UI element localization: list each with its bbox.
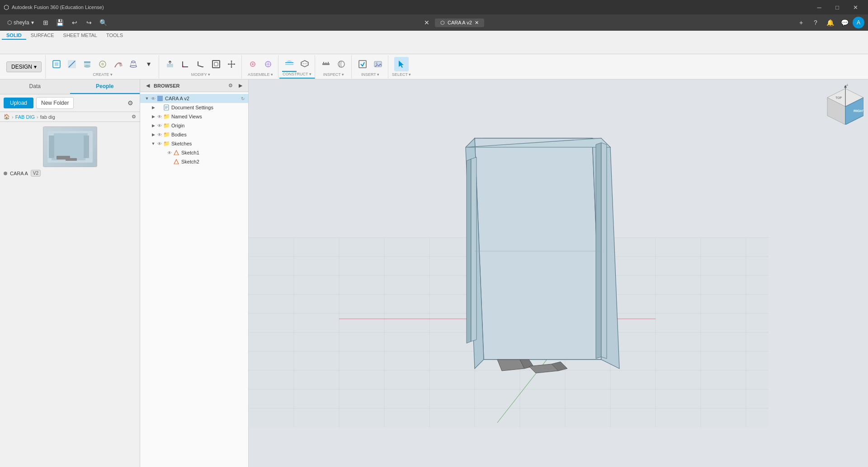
data-actions: Upload New Folder ⚙ <box>0 94 140 112</box>
tree-sketches-eye[interactable]: 👁 <box>156 140 163 147</box>
inspect-measure[interactable] <box>319 57 333 71</box>
search-button[interactable]: 🔍 <box>97 16 110 29</box>
svg-rect-1 <box>55 62 58 66</box>
tree-root-eye[interactable]: 👁 <box>150 95 156 102</box>
browser-settings-button[interactable]: ⚙ <box>226 82 235 90</box>
mode-tabbar: SOLID SURFACE SHEET METAL TOOLS <box>0 31 868 54</box>
document-close-button[interactable]: ✕ <box>420 16 433 29</box>
doc-name: CARA A v2 <box>448 20 472 25</box>
select-button[interactable] <box>394 57 409 71</box>
tree-doc-expand[interactable]: ▶ <box>150 104 156 111</box>
tree-named-eye[interactable]: 👁 <box>156 113 163 120</box>
save-button[interactable]: 💾 <box>54 16 66 29</box>
svg-marker-78 <box>471 157 476 341</box>
tree-doc-eye[interactable]: 👁 <box>156 104 163 111</box>
construct-midplane[interactable] <box>297 56 312 71</box>
notifications-button[interactable]: 🔔 <box>824 16 836 29</box>
tree-root-refresh[interactable]: ↻ <box>239 95 246 102</box>
tree-sketch2-eye[interactable]: 👁 <box>166 159 173 165</box>
tab-solid[interactable]: SOLID <box>2 32 26 40</box>
browser-collapse-button[interactable]: ◀ <box>144 82 152 90</box>
tree-sketch1-eye[interactable]: 👁 <box>166 149 173 156</box>
browser-expand-button[interactable]: ▶ <box>236 82 245 90</box>
tree-item-sketch1[interactable]: ▶ 👁 Sketch1 <box>140 148 248 157</box>
breadcrumb-current: fab dig <box>40 114 55 120</box>
create-new-component-button[interactable] <box>49 57 64 71</box>
construct-group-label: CONSTRUCT ▾ <box>283 72 311 76</box>
tree-item-sketch2[interactable]: ▶ 👁 Sketch2 <box>140 157 248 166</box>
tree-item-origin[interactable]: ▶ 👁 📁 Origin <box>140 121 248 130</box>
modify-press-pull[interactable] <box>163 57 177 71</box>
svg-rect-31 <box>359 61 366 68</box>
viewcube[interactable]: Z RIGHT TOP <box>823 84 863 125</box>
grid-menu-button[interactable]: ⊞ <box>39 16 52 29</box>
toolbar-group-select: SELECT ▾ <box>389 55 414 79</box>
tree-item-bodies[interactable]: ▶ 👁 📁 Bodies <box>140 130 248 139</box>
tab-surface[interactable]: SURFACE <box>26 32 59 40</box>
undo-button[interactable]: ↩ <box>68 16 81 29</box>
tree-named-label: Named Views <box>171 114 246 119</box>
minimize-button[interactable]: ─ <box>810 0 828 14</box>
tab-data[interactable]: Data <box>0 79 70 94</box>
create-sketch-button[interactable] <box>65 57 79 71</box>
user-menu[interactable]: ⬡ sheyla ▾ <box>4 18 38 28</box>
breadcrumb-fab-dig[interactable]: FAB DIG <box>15 114 35 120</box>
tree-bodies-expand[interactable]: ▶ <box>150 131 156 138</box>
toolbar-group-assemble: ASSEMBLE ▾ <box>243 55 278 79</box>
tree-bodies-eye[interactable]: 👁 <box>156 131 163 138</box>
create-loft-button[interactable] <box>126 57 141 71</box>
insert-svg[interactable] <box>355 57 370 71</box>
tree-item-sketches[interactable]: ▼ 👁 📁 Sketches <box>140 139 248 148</box>
inspect-zebra[interactable] <box>334 57 349 71</box>
design-label: DESIGN <box>11 64 32 70</box>
tree-root-expand[interactable]: ▼ <box>144 95 150 102</box>
chat-button[interactable]: 💬 <box>838 16 851 29</box>
tree-sketches-label: Sketches <box>171 141 246 146</box>
add-tab-button[interactable]: + <box>795 16 807 29</box>
tree-origin-eye[interactable]: 👁 <box>156 122 163 129</box>
help-button[interactable]: ? <box>809 16 822 29</box>
tab-sheet-metal[interactable]: SHEET METAL <box>59 32 102 40</box>
modify-fillet[interactable] <box>178 57 193 71</box>
version-badge[interactable]: V2 <box>31 170 41 177</box>
assemble-joint-origin[interactable] <box>261 57 275 71</box>
tree-sketches-folder-icon: 📁 <box>163 140 170 147</box>
create-revolve-button[interactable] <box>95 57 110 71</box>
file-status-dot <box>4 172 7 175</box>
breadcrumb-settings[interactable]: ⚙ <box>132 114 136 120</box>
modify-chamfer[interactable] <box>193 57 208 71</box>
construct-offset-plane[interactable] <box>282 56 297 71</box>
inspect-group-label: INSPECT ▾ <box>323 72 344 77</box>
tree-origin-expand[interactable]: ▶ <box>150 122 156 129</box>
tree-root-item[interactable]: ▼ 👁 CARA A v2 ↻ <box>140 94 248 103</box>
tree-item-document-settings[interactable]: ▶ 👁 Document Settings <box>140 103 248 112</box>
create-extrude-button[interactable] <box>80 57 94 71</box>
insert-canvas[interactable] <box>371 57 385 71</box>
assemble-joint[interactable] <box>245 57 260 71</box>
svg-marker-82 <box>497 360 524 371</box>
svg-marker-80 <box>601 143 607 359</box>
tree-item-named-views[interactable]: ▶ 👁 📁 Named Views <box>140 112 248 121</box>
tab-tools[interactable]: TOOLS <box>102 32 127 40</box>
tree-sketches-expand[interactable]: ▼ <box>150 140 156 147</box>
tree-named-expand[interactable]: ▶ <box>150 113 156 120</box>
upload-button[interactable]: Upload <box>4 98 33 108</box>
doc-close-icon[interactable]: ✕ <box>475 20 479 26</box>
redo-button[interactable]: ↪ <box>83 16 95 29</box>
titlebar: ⬡ Autodesk Fusion 360 (Education License… <box>0 0 868 14</box>
create-more-button[interactable]: ▾ <box>142 57 156 71</box>
document-title: ⬡ CARA A v2 ✕ <box>435 19 484 27</box>
profile-button[interactable]: A <box>853 17 864 28</box>
tree-sketch2-icon <box>173 158 180 165</box>
home-icon[interactable]: 🏠 <box>4 114 10 120</box>
close-button[interactable]: ✕ <box>846 0 864 14</box>
settings-icon[interactable]: ⚙ <box>124 97 136 109</box>
design-dropdown[interactable]: DESIGN ▾ <box>6 61 42 72</box>
modify-move[interactable] <box>224 57 239 71</box>
tab-people[interactable]: People <box>70 79 140 94</box>
viewport[interactable]: Z RIGHT TOP <box>249 79 868 467</box>
maximize-button[interactable]: □ <box>828 0 846 14</box>
create-sweep-button[interactable] <box>111 57 125 71</box>
new-folder-button[interactable]: New Folder <box>36 97 74 109</box>
modify-shell[interactable] <box>209 57 223 71</box>
